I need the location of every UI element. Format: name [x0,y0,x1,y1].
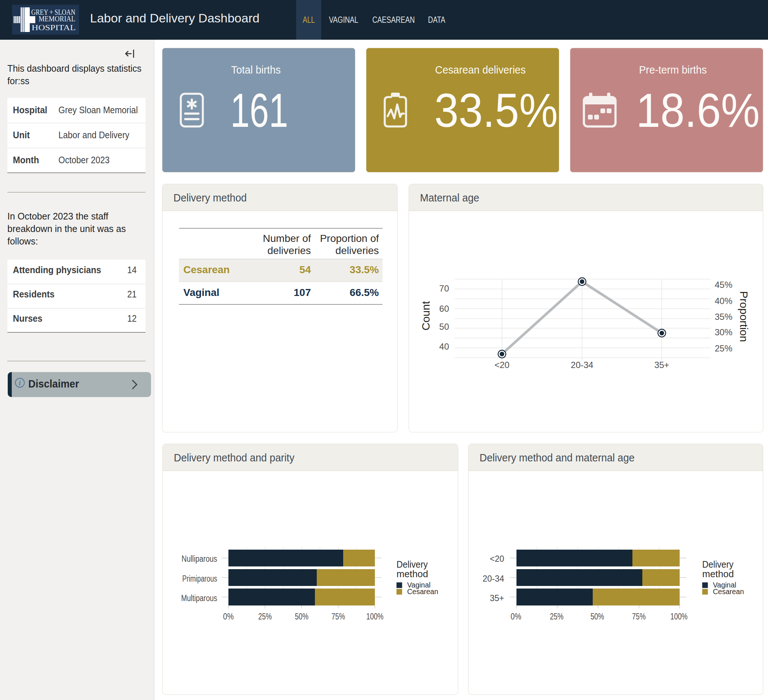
svg-text:100%: 100% [366,612,384,622]
svg-text:method: method [397,569,428,580]
svg-text:100%: 100% [670,612,688,622]
svg-text:Multiparous: Multiparous [181,593,217,603]
svg-text:50%: 50% [590,612,604,622]
svg-text:50: 50 [439,322,449,332]
svg-text:Primiparous: Primiparous [182,574,217,583]
svg-text:Cesarean: Cesarean [713,588,744,596]
svg-text:Nulliparous: Nulliparous [182,554,217,564]
svg-text:25%: 25% [550,612,564,622]
svg-text:30%: 30% [715,327,732,337]
svg-text:Proportion: Proportion [738,291,750,342]
svg-text:Count: Count [420,301,432,330]
svg-text:<20: <20 [494,360,510,370]
svg-text:35+: 35+ [654,360,669,370]
svg-text:50%: 50% [295,612,308,622]
svg-text:70: 70 [439,284,449,293]
svg-text:0%: 0% [223,612,234,622]
svg-text:<20: <20 [490,554,504,564]
svg-text:35+: 35+ [490,593,504,603]
svg-text:Cesarean: Cesarean [407,588,438,596]
svg-text:75%: 75% [331,612,345,622]
svg-text:25%: 25% [258,612,272,622]
svg-text:45%: 45% [715,280,732,290]
svg-text:0%: 0% [511,612,522,622]
svg-text:75%: 75% [632,612,646,622]
svg-text:i: i [19,379,21,387]
svg-text:40%: 40% [715,296,732,306]
svg-text:MEMORIAL: MEMORIAL [38,15,75,23]
svg-text:25%: 25% [715,343,732,353]
svg-text:40: 40 [439,341,449,351]
svg-text:60: 60 [439,304,449,314]
svg-text:HOSPITAL: HOSPITAL [32,24,76,32]
svg-text:method: method [702,569,734,580]
svg-text:20-34: 20-34 [571,360,593,370]
svg-text:20-34: 20-34 [483,574,504,583]
svg-text:35%: 35% [715,312,732,322]
